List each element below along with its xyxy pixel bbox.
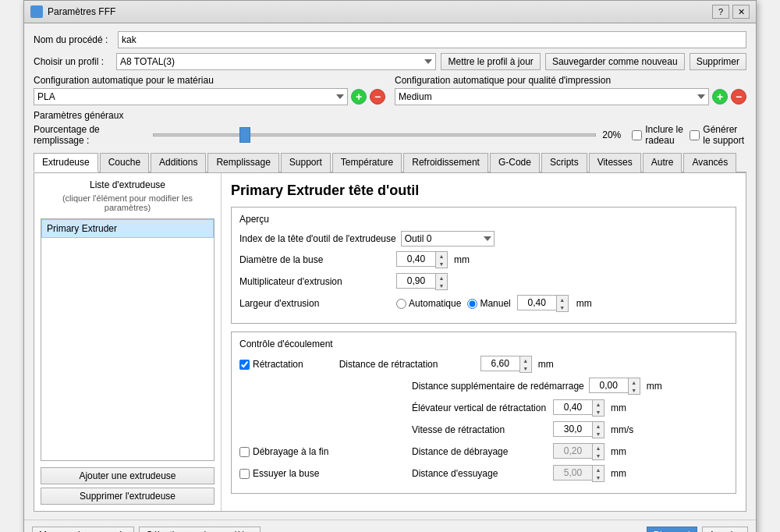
- help-button[interactable]: ?: [712, 5, 729, 19]
- retract-checkbox-label[interactable]: Rétractation: [239, 359, 303, 370]
- mult-spinbox: ▲ ▼: [396, 273, 448, 290]
- retract-speed-input[interactable]: [553, 421, 592, 437]
- diameter-down[interactable]: ▼: [436, 260, 447, 268]
- width-input[interactable]: [517, 295, 556, 310]
- retract-checkbox[interactable]: [239, 360, 250, 370]
- process-input[interactable]: [118, 31, 746, 48]
- left-panel-buttons: Ajouter une extrudeuse Supprimer l'extru…: [41, 467, 214, 505]
- retract-label: Rétractation: [253, 359, 303, 370]
- manual-radio[interactable]: [467, 299, 477, 309]
- support-checkbox[interactable]: [690, 130, 700, 140]
- cancel-button[interactable]: Annuler: [702, 527, 748, 532]
- profile-select[interactable]: A8 TOTAL(3): [116, 53, 436, 70]
- retract-lift-input[interactable]: [553, 399, 592, 415]
- remove-quality-button[interactable]: −: [731, 89, 746, 105]
- wipe-arrows: ▲ ▼: [592, 465, 604, 482]
- wipe-up[interactable]: ▲: [593, 466, 604, 473]
- select-models-button[interactable]: Sélectionner des modèles: [139, 527, 261, 532]
- mult-up[interactable]: ▲: [436, 274, 447, 282]
- close-button[interactable]: ✕: [732, 5, 750, 19]
- coasting-up[interactable]: ▲: [593, 444, 604, 452]
- fill-row: Pourcentage de remplissage : 20% Inclure…: [34, 124, 746, 146]
- mult-label: Multiplicateur d'extrusion: [239, 276, 392, 287]
- coasting-distance-label: Distance de débrayage: [412, 446, 548, 457]
- ok-button[interactable]: D'accord: [647, 527, 697, 532]
- retract-speed-down[interactable]: ▼: [593, 430, 604, 438]
- retract-distance-arrows: ▲ ▼: [519, 356, 532, 373]
- tabs-body: Liste d'extrudeuse (cliquer l'élément po…: [34, 173, 746, 512]
- coasting-checkbox-label[interactable]: Débrayage à la fin: [239, 446, 407, 457]
- retract-distance-input[interactable]: [480, 356, 519, 371]
- tab-couche[interactable]: Couche: [100, 153, 149, 172]
- diameter-unit: mm: [454, 254, 470, 265]
- tab-avances[interactable]: Avancés: [683, 153, 736, 172]
- tab-gcode[interactable]: G-Code: [490, 153, 540, 172]
- retract-speed-up[interactable]: ▲: [593, 422, 604, 430]
- extruder-list: Primary Extruder: [41, 218, 214, 461]
- manual-radio-label[interactable]: Manuel: [467, 298, 510, 309]
- params-label: Paramètres généraux: [34, 110, 746, 121]
- support-checkbox-label[interactable]: Générer le support: [690, 124, 746, 146]
- tab-remplissage[interactable]: Remplissage: [207, 153, 278, 172]
- diameter-up[interactable]: ▲: [436, 252, 447, 260]
- raft-checkbox-label[interactable]: Inclure le radeau: [632, 124, 683, 146]
- coasting-input[interactable]: [553, 443, 592, 459]
- index-select[interactable]: Outil 0 Outil 1 Outil 2: [401, 231, 495, 246]
- add-quality-button[interactable]: +: [712, 89, 728, 105]
- tab-temperature[interactable]: Température: [332, 153, 402, 172]
- delete-profile-button[interactable]: Supprimer: [690, 53, 746, 70]
- raft-checkbox[interactable]: [632, 130, 642, 140]
- retract-distance-down[interactable]: ▼: [520, 364, 531, 372]
- retract-extra-down[interactable]: ▼: [629, 386, 640, 394]
- remove-extruder-button[interactable]: Supprimer l'extrudeuse: [41, 488, 214, 505]
- window-title: Paramètres FFF: [48, 6, 115, 17]
- retract-distance-label: Distance de rétractation: [339, 359, 476, 370]
- diameter-input[interactable]: [396, 251, 435, 267]
- tab-support[interactable]: Support: [281, 153, 331, 172]
- auto-radio[interactable]: [396, 299, 406, 309]
- save-new-button[interactable]: Sauvegarder comme nouveau: [545, 53, 685, 70]
- auto-radio-label[interactable]: Automatique: [396, 298, 461, 309]
- material-select[interactable]: PLA: [34, 88, 348, 105]
- coasting-checkbox[interactable]: [239, 447, 250, 457]
- tab-refroidissement[interactable]: Refroidissement: [403, 153, 488, 172]
- retract-extra-input[interactable]: [589, 378, 628, 393]
- tab-additions[interactable]: Additions: [151, 153, 206, 172]
- tab-vitesses[interactable]: Vitesses: [589, 153, 641, 172]
- quality-select[interactable]: Medium: [395, 88, 709, 105]
- mult-input[interactable]: [396, 273, 435, 289]
- wipe-checkbox-label[interactable]: Essuyer la buse: [239, 468, 407, 479]
- coasting-down[interactable]: ▼: [593, 452, 604, 459]
- tab-scripts[interactable]: Scripts: [541, 153, 587, 172]
- width-down[interactable]: ▼: [557, 303, 568, 311]
- tab-autre[interactable]: Autre: [643, 153, 682, 172]
- tab-extrudeuse[interactable]: Extrudeuse: [34, 153, 98, 172]
- retract-extra-up[interactable]: ▲: [629, 378, 640, 386]
- params-section: Paramètres généraux Pourcentage de rempl…: [34, 110, 746, 146]
- left-panel-subtitle: (cliquer l'élément pour modifier les par…: [41, 193, 214, 212]
- retract-extra-spinbox: ▲ ▼: [589, 378, 640, 395]
- mult-down[interactable]: ▼: [436, 282, 447, 289]
- retract-distance-up[interactable]: ▲: [520, 356, 531, 364]
- add-material-button[interactable]: +: [351, 89, 367, 105]
- fill-slider[interactable]: [153, 133, 596, 137]
- hide-advanced-button[interactable]: Masquer les avancés: [32, 527, 134, 532]
- retract-lift-up[interactable]: ▲: [593, 400, 604, 408]
- app-icon: [30, 5, 43, 18]
- wipe-down[interactable]: ▼: [593, 473, 604, 481]
- wipe-input[interactable]: [553, 465, 592, 481]
- remove-material-button[interactable]: −: [370, 89, 385, 105]
- footer-left: Masquer les avancés Sélectionner des mod…: [32, 527, 261, 532]
- fill-label: Pourcentage de remplissage :: [34, 124, 147, 146]
- wipe-checkbox[interactable]: [239, 469, 250, 479]
- width-row: Largeur d'extrusion Automatique Manuel: [239, 295, 728, 312]
- add-extruder-button[interactable]: Ajouter une extrudeuse: [41, 467, 214, 484]
- title-bar-left: Paramètres FFF: [30, 5, 115, 18]
- footer-right: D'accord Annuler: [647, 527, 748, 532]
- retract-lift-down[interactable]: ▼: [593, 408, 604, 416]
- process-label: Nom du procédé :: [34, 34, 112, 45]
- update-profile-button[interactable]: Mettre le profil à jour: [441, 53, 540, 70]
- list-item[interactable]: Primary Extruder: [41, 219, 214, 238]
- width-up[interactable]: ▲: [557, 296, 568, 303]
- auto-material-inner: PLA + −: [34, 88, 385, 105]
